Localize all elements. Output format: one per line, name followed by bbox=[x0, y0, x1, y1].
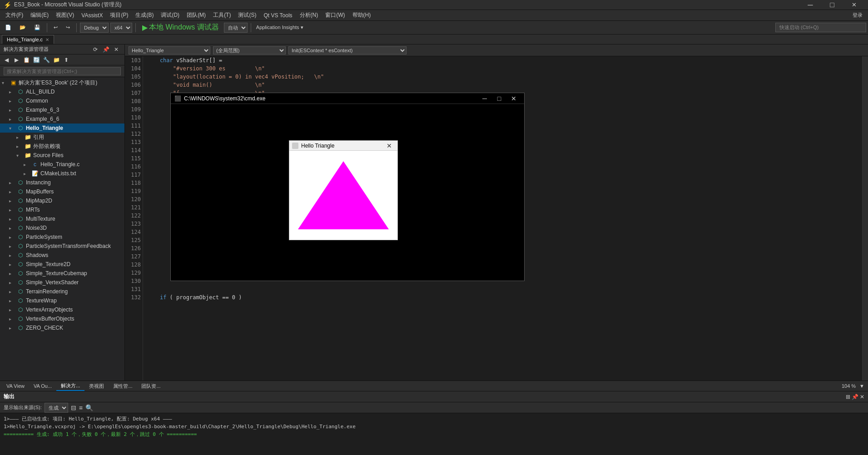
tree-item-3[interactable]: ▸⬡Example_6_3 bbox=[0, 105, 124, 114]
menu-build[interactable]: 生成(B) bbox=[132, 10, 157, 20]
tree-item-14[interactable]: ▸⬡MRTs bbox=[0, 205, 124, 214]
sidebar-forward-btn[interactable]: ▶ bbox=[12, 55, 21, 64]
tree-item-21[interactable]: ▸⬡Simple_TextureCubemap bbox=[0, 269, 124, 278]
sidebar-refresh-btn[interactable]: 🔄 bbox=[32, 55, 41, 64]
toolbar-open[interactable]: 📂 bbox=[16, 23, 29, 33]
tree-item-23[interactable]: ▸⬡TerrainRendering bbox=[0, 287, 124, 296]
class-view-tab[interactable]: 类视图 bbox=[84, 382, 109, 391]
output-find-btn[interactable]: 🔍 bbox=[85, 404, 93, 411]
tree-icon-16: ⬡ bbox=[16, 224, 25, 232]
tree-item-9[interactable]: ▸cHello_Triangle.c bbox=[0, 160, 124, 169]
quick-launch-box[interactable]: 快速启动 (Ctrl+Q) bbox=[775, 23, 866, 32]
output-word-wrap-btn[interactable]: ≡ bbox=[79, 404, 83, 411]
tree-item-4[interactable]: ▸⬡Example_6_6 bbox=[0, 114, 124, 124]
output-close-btn[interactable]: ✕ bbox=[860, 394, 864, 400]
ht-close-button[interactable]: ✕ bbox=[384, 141, 395, 150]
cmd-maximize-btn[interactable]: □ bbox=[492, 94, 506, 104]
tree-item-15[interactable]: ▸⬡MultiTexture bbox=[0, 214, 124, 223]
menu-team[interactable]: 团队(M) bbox=[183, 10, 209, 20]
tree-item-8[interactable]: ▾📁Source Files bbox=[0, 151, 124, 160]
editor-scrollbar[interactable] bbox=[861, 56, 868, 381]
tab-bar: Hello_Triangle.c ✕ bbox=[0, 35, 868, 45]
file-scope-dropdown[interactable]: Hello_Triangle bbox=[129, 46, 210, 54]
sidebar-pin-btn[interactable]: 📌 bbox=[101, 45, 110, 54]
minimize-button[interactable]: ─ bbox=[800, 0, 821, 10]
sidebar-view-btn[interactable]: 📁 bbox=[52, 55, 61, 64]
output-pin-btn[interactable]: 📌 bbox=[852, 394, 858, 400]
menu-help[interactable]: 帮助(H) bbox=[349, 10, 375, 20]
sidebar-collapse-btn[interactable]: ⬆ bbox=[62, 55, 71, 64]
tree-item-6[interactable]: ▸📁引用 bbox=[0, 133, 124, 142]
tree-item-17[interactable]: ▸⬡ParticleSystem bbox=[0, 232, 124, 242]
va-output-tab[interactable]: VA Ou... bbox=[29, 382, 56, 390]
team-tab[interactable]: 团队资... bbox=[137, 382, 165, 391]
output-clear-btn[interactable]: ⊟ bbox=[71, 404, 76, 411]
platform-dropdown[interactable]: x64 bbox=[110, 23, 132, 33]
tree-item-22[interactable]: ▸⬡Simple_VertexShader bbox=[0, 278, 124, 287]
sidebar-back-btn[interactable]: ◀ bbox=[2, 55, 11, 64]
member-dropdown[interactable]: Init(ESContext * esContext) bbox=[288, 46, 407, 54]
tree-label-25: VertexArrayObjects bbox=[26, 307, 73, 313]
toolbar-save[interactable]: 💾 bbox=[31, 23, 44, 33]
toolbar-undo[interactable]: ↩ bbox=[50, 23, 61, 33]
tree-item-2[interactable]: ▸⬡Common bbox=[0, 96, 124, 105]
tree-item-24[interactable]: ▸⬡TextureWrap bbox=[0, 296, 124, 305]
run-mode-dropdown[interactable]: 自动 bbox=[224, 23, 248, 33]
menu-window[interactable]: 窗口(W) bbox=[322, 10, 348, 20]
menu-vassistx[interactable]: VAssistX bbox=[78, 11, 106, 20]
sidebar-search-input[interactable] bbox=[4, 67, 121, 75]
tab-close-icon[interactable]: ✕ bbox=[45, 37, 49, 42]
run-button[interactable]: ▶ 本地 Windows 调试器 bbox=[139, 23, 222, 33]
zoom-indicator[interactable]: 104 % bbox=[840, 383, 858, 389]
menu-project[interactable]: 项目(P) bbox=[106, 10, 132, 20]
tree-item-25[interactable]: ▸⬡VertexArrayObjects bbox=[0, 305, 124, 314]
va-view-tab[interactable]: VA View bbox=[2, 382, 29, 390]
tree-item-11[interactable]: ▸⬡Instancing bbox=[0, 178, 124, 187]
maximize-button[interactable]: □ bbox=[822, 0, 843, 10]
sidebar-props-btn[interactable]: 📋 bbox=[22, 55, 31, 64]
close-button[interactable]: ✕ bbox=[843, 0, 864, 10]
zoom-dropdown[interactable]: ▼ bbox=[858, 383, 866, 389]
sidebar-close-btn[interactable]: ✕ bbox=[112, 45, 121, 54]
tab-hello-triangle[interactable]: Hello_Triangle.c ✕ bbox=[2, 35, 54, 44]
tree-item-10[interactable]: ▸📝CMakeLists.txt bbox=[0, 169, 124, 178]
cmd-close-btn[interactable]: ✕ bbox=[507, 94, 521, 104]
tree-item-20[interactable]: ▸⬡Simple_Texture2D bbox=[0, 260, 124, 269]
menu-qt[interactable]: Qt VS Tools bbox=[260, 11, 296, 20]
menu-analyze[interactable]: 分析(N) bbox=[296, 10, 322, 20]
cmd-minimize-btn[interactable]: ─ bbox=[478, 94, 491, 104]
tree-item-12[interactable]: ▸⬡MapBuffers bbox=[0, 187, 124, 196]
tree-label-27: ZERO_CHECK bbox=[26, 325, 63, 331]
tree-item-1[interactable]: ▸⬡ALL_BUILD bbox=[0, 87, 124, 96]
tree-item-18[interactable]: ▸⬡ParticleSystemTransformFeedback bbox=[0, 242, 124, 251]
menu-edit[interactable]: 编辑(E) bbox=[27, 10, 52, 20]
menu-view[interactable]: 视图(V) bbox=[52, 10, 78, 20]
tree-item-27[interactable]: ▸⬡ZERO_CHECK bbox=[0, 323, 124, 332]
output-float-btn[interactable]: ⊞ bbox=[846, 394, 850, 400]
menu-file[interactable]: 文件(F) bbox=[2, 10, 27, 20]
config-dropdown[interactable]: Debug bbox=[80, 23, 109, 33]
sidebar-filter-btn[interactable]: 🔧 bbox=[42, 55, 51, 64]
toolbar-redo[interactable]: ↪ bbox=[63, 23, 73, 33]
tree-item-5[interactable]: ▾⬡Hello_Triangle bbox=[0, 124, 124, 133]
app-insights-label[interactable]: Application Insights ▾ bbox=[254, 25, 305, 30]
solution-tab[interactable]: 解决方... bbox=[56, 381, 84, 391]
sidebar-sync-btn[interactable]: ⟳ bbox=[91, 45, 100, 54]
menu-test[interactable]: 测试(S) bbox=[234, 10, 260, 20]
global-scope-dropdown[interactable]: (全局范围) bbox=[213, 46, 286, 54]
tree-item-19[interactable]: ▸⬡Shadows bbox=[0, 251, 124, 260]
signin-link[interactable]: 登录 bbox=[849, 12, 866, 19]
tree-item-7[interactable]: ▸📁外部依赖项 bbox=[0, 142, 124, 151]
properties-tab[interactable]: 属性管... bbox=[109, 382, 137, 391]
tree-item-13[interactable]: ▸⬡MipMap2D bbox=[0, 196, 124, 205]
toolbar-new[interactable]: 📄 bbox=[2, 23, 15, 33]
tree-label-1: ALL_BUILD bbox=[26, 89, 55, 95]
tree-item-0[interactable]: ▾▣解决方案'ES3_Book' (22 个项目) bbox=[0, 78, 124, 87]
output-toolbar: 显示输出来源(S): 生成 ⊟ ≡ 🔍 bbox=[0, 402, 868, 413]
tree-icon-26: ⬡ bbox=[16, 315, 25, 322]
menu-debug[interactable]: 调试(D) bbox=[157, 10, 183, 20]
output-source-select[interactable]: 生成 bbox=[45, 403, 68, 413]
tree-item-26[interactable]: ▸⬡VertexBufferObjects bbox=[0, 314, 124, 323]
menu-tools[interactable]: 工具(T) bbox=[209, 10, 234, 20]
tree-item-16[interactable]: ▸⬡Noise3D bbox=[0, 223, 124, 232]
